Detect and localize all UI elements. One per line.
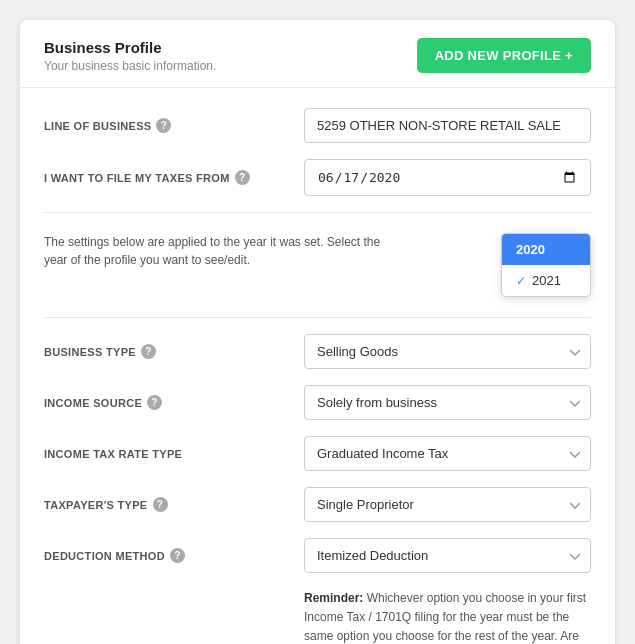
income-tax-rate-label: INCOME TAX RATE TYPE bbox=[44, 448, 304, 460]
business-type-row: BUSINESS TYPE ? Selling Goods bbox=[44, 334, 591, 369]
income-source-select[interactable]: Solely from business bbox=[304, 385, 591, 420]
line-of-business-input[interactable] bbox=[304, 108, 591, 143]
line-of-business-label: LINE OF BUSINESS ? bbox=[44, 118, 304, 133]
taxes-from-input[interactable] bbox=[304, 159, 591, 196]
deduction-method-select[interactable]: Itemized Deduction bbox=[304, 538, 591, 573]
year-dropdown: 2020 ✓ 2021 bbox=[501, 233, 591, 297]
deduction-method-label: DEDUCTION METHOD ? bbox=[44, 548, 304, 563]
income-source-help-icon[interactable]: ? bbox=[147, 395, 162, 410]
income-source-row: INCOME SOURCE ? Solely from business bbox=[44, 385, 591, 420]
income-source-label: INCOME SOURCE ? bbox=[44, 395, 304, 410]
divider-1 bbox=[44, 212, 591, 213]
taxes-from-row: I WANT TO FILE MY TAXES FROM ? bbox=[44, 159, 591, 196]
card-subtitle: Your business basic information. bbox=[44, 59, 216, 73]
income-tax-rate-select[interactable]: Graduated Income Tax bbox=[304, 436, 591, 471]
year-select-section: The settings below are applied to the ye… bbox=[44, 223, 591, 313]
taxpayers-type-help-icon[interactable]: ? bbox=[153, 497, 168, 512]
taxpayers-type-row: TAXPAYER'S TYPE ? Single Proprietor bbox=[44, 487, 591, 522]
line-of-business-help-icon[interactable]: ? bbox=[156, 118, 171, 133]
year-dropdown-box: 2020 ✓ 2021 bbox=[501, 233, 591, 297]
business-type-help-icon[interactable]: ? bbox=[141, 344, 156, 359]
taxes-from-help-icon[interactable]: ? bbox=[235, 170, 250, 185]
header-text: Business Profile Your business basic inf… bbox=[44, 39, 216, 73]
year-2021-checkmark: ✓ bbox=[516, 274, 526, 288]
business-type-label: BUSINESS TYPE ? bbox=[44, 344, 304, 359]
year-option-2021[interactable]: ✓ 2021 bbox=[502, 265, 590, 296]
business-profile-card: Business Profile Your business basic inf… bbox=[20, 20, 615, 644]
business-type-select[interactable]: Selling Goods bbox=[304, 334, 591, 369]
deduction-method-help-icon[interactable]: ? bbox=[170, 548, 185, 563]
taxes-from-label: I WANT TO FILE MY TAXES FROM ? bbox=[44, 170, 304, 185]
taxpayers-type-select[interactable]: Single Proprietor bbox=[304, 487, 591, 522]
reminder-text: Reminder: Whichever option you choose in… bbox=[44, 589, 591, 644]
year-2021-label: 2021 bbox=[532, 273, 561, 288]
taxpayers-type-label: TAXPAYER'S TYPE ? bbox=[44, 497, 304, 512]
card-title: Business Profile bbox=[44, 39, 216, 56]
deduction-method-row: DEDUCTION METHOD ? Itemized Deduction bbox=[44, 538, 591, 573]
section-divider bbox=[44, 317, 591, 318]
add-new-profile-button[interactable]: ADD NEW PROFILE + bbox=[417, 38, 591, 73]
income-tax-rate-row: INCOME TAX RATE TYPE Graduated Income Ta… bbox=[44, 436, 591, 471]
card-body: LINE OF BUSINESS ? I WANT TO FILE MY TAX… bbox=[20, 88, 615, 644]
year-option-2020[interactable]: 2020 bbox=[502, 234, 590, 265]
reminder-label: Reminder: bbox=[304, 591, 363, 605]
year-info-text: The settings below are applied to the ye… bbox=[44, 233, 384, 269]
card-header: Business Profile Your business basic inf… bbox=[20, 20, 615, 88]
line-of-business-row: LINE OF BUSINESS ? bbox=[44, 108, 591, 143]
year-2020-label: 2020 bbox=[516, 242, 545, 257]
